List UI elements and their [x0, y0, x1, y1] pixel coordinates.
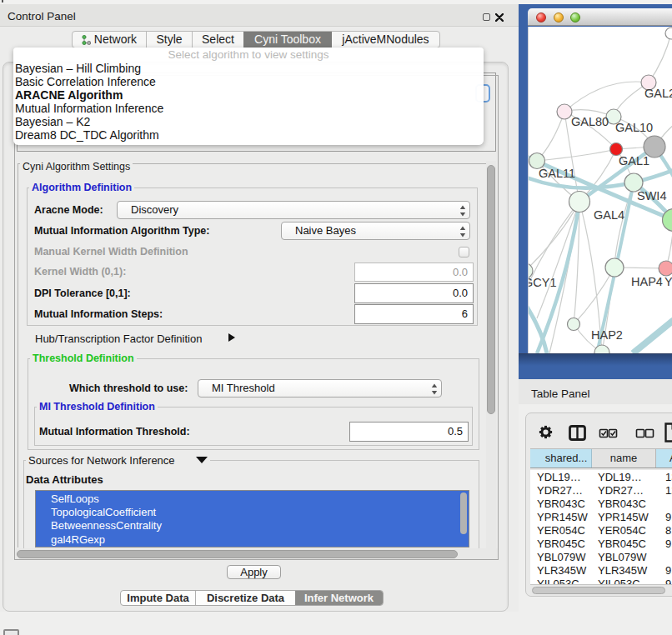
- svg-text:GAL2: GAL2: [644, 87, 672, 100]
- svg-text:GAL80: GAL80: [571, 115, 609, 128]
- svg-text:HAP2: HAP2: [591, 328, 623, 342]
- svg-text:SWI4: SWI4: [637, 189, 666, 202]
- svg-text:HAP4: HAP4: [631, 275, 663, 288]
- svg-text:GAL4: GAL4: [594, 208, 624, 222]
- svg-text:GAL1: GAL1: [619, 154, 649, 168]
- svg-text:GAL11: GAL11: [539, 167, 575, 180]
- svg-text:YJ: YJ: [664, 275, 672, 288]
- svg-text:GCY1: GCY1: [529, 276, 557, 289]
- svg-text:GAL10: GAL10: [615, 121, 653, 134]
